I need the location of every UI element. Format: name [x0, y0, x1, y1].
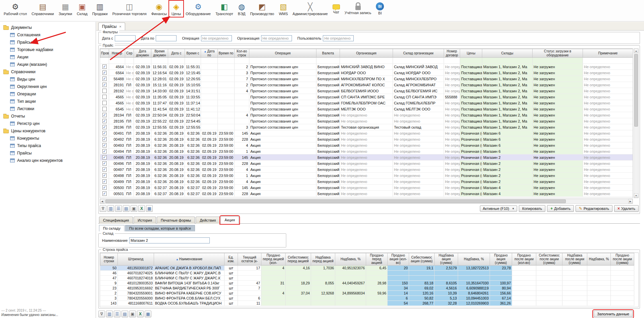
column-header[interactable]: Продано после акции (сумма): [611, 253, 634, 266]
table-row[interactable]: ✓4564Не о02.09.1911:56:3102.09.1911:55:3…: [100, 64, 633, 70]
table-row[interactable]: ✓00500ПЛ20.08.196:32:3720.08.196:32:3702…: [100, 185, 633, 191]
delete-button[interactable]: ×Удалить: [614, 205, 639, 212]
layout-icon[interactable]: ▦: [145, 311, 151, 317]
grid-settings-icon[interactable]: ▤: [123, 205, 130, 212]
column-header[interactable]: Надбавка, %: [458, 253, 490, 266]
sidebar-section-references[interactable]: Справочники: [0, 68, 96, 76]
column-header[interactable]: ▲Дата по: [201, 49, 218, 58]
table-row[interactable]: 27804320559001ВИНО ФРОНТЕРА КАБЕРНЕ СОВ.…: [100, 290, 634, 296]
column-header[interactable]: Кол-во строк: [235, 49, 249, 58]
row-checkbox[interactable]: ✓: [102, 77, 107, 81]
scroll-down-icon[interactable]: ▼: [634, 193, 638, 198]
table-row[interactable]: ✓56488Не о02.09.1912:28:0102.09.1912:26:…: [100, 76, 633, 82]
tab-history[interactable]: История: [134, 217, 156, 224]
table-row[interactable]: 1434811168007611ВОДКА ОСОБ.БУЛЬБАШЪ ТРАД…: [100, 301, 634, 306]
sidebar-item-pricelists[interactable]: Прайсы: [0, 39, 96, 46]
table-row[interactable]: ✓28191ПЛ02.09.1915:11:1602.09.1915:10:55…: [100, 82, 633, 88]
table-row[interactable]: ✓00495ПЛ20.08.196:32:3620.08.196:32:3602…: [100, 154, 633, 161]
column-header[interactable]: Валюта: [316, 49, 340, 58]
row-checkbox[interactable]: ✓: [102, 131, 107, 135]
toolbar-item-prices[interactable]: ◈Цены: [169, 1, 183, 17]
sidebar-item-promos-shop[interactable]: Акции (магазин): [0, 61, 96, 68]
filter-date-to-input[interactable]: [156, 35, 177, 41]
table-row[interactable]: ✓00493ПЛ20.08.196:32:3620.08.196:32:3602…: [100, 142, 633, 148]
toolbar-item-finance[interactable]: ◉Финансы: [149, 1, 169, 17]
row-checkbox[interactable]: ✓: [102, 119, 107, 123]
column-header[interactable]: Надбавка перед акцией: [311, 253, 335, 266]
row-checkbox[interactable]: ✓: [102, 137, 107, 141]
scroll-left-icon[interactable]: ◀: [100, 199, 104, 203]
table-row[interactable]: 4565Не о02.09.1911:35:0502.09.1911:33:55…: [100, 94, 633, 100]
column-header[interactable]: Дата докумен: [134, 49, 151, 58]
row-checkbox[interactable]: ✓: [102, 167, 107, 172]
row-checkbox[interactable]: ✓: [102, 71, 107, 75]
column-header[interactable]: Ед. изм.: [225, 253, 238, 266]
column-header[interactable]: Себестоимос акция (сумма): [409, 253, 435, 266]
filter-organization-input[interactable]: Не определено: [261, 35, 292, 41]
column-header[interactable]: Надбавка, %: [587, 253, 611, 266]
table-row[interactable]: 474607018274018БЛИНЧИКИ С ПЫЛУ С ЖАРУ ДЖ…: [100, 275, 634, 280]
filter-icon[interactable]: ∇: [98, 311, 105, 317]
column-header[interactable]: Штрихкод: [118, 253, 154, 266]
toolbar-item-equipment[interactable]: ⚙Оборудование: [183, 1, 213, 17]
column-header[interactable]: Продано акция (кол-во): [388, 253, 409, 266]
column-header[interactable]: Текущий остаток (к-: [238, 253, 261, 266]
table-row[interactable]: ✓28196ПЛ02.09.1912:55:5502.09.1912:55:55…: [100, 124, 633, 130]
vscroll-track[interactable]: [634, 53, 638, 193]
filter-user-input[interactable]: Не определено: [323, 35, 354, 41]
add-button[interactable]: +Добавить: [547, 205, 574, 212]
toolbar-item-desktop[interactable]: ⚙Рабочий стол: [1, 1, 29, 17]
sidebar-section-reports[interactable]: Отчеты: [0, 112, 96, 120]
column-header[interactable]: Надбавка акция (сумма): [435, 253, 458, 266]
toolbar-item-warehouse[interactable]: ▣Склад: [75, 1, 90, 17]
sidebar-item-agreements[interactable]: Соглашения: [0, 31, 96, 39]
print-icon[interactable]: ▣: [129, 311, 136, 317]
column-header[interactable]: Время по: [218, 49, 235, 58]
sidebar-item-competitor-pricelists[interactable]: Прайсы: [0, 149, 96, 157]
horizontal-scrollbar[interactable]: ◀ ▶: [100, 199, 633, 204]
columns-icon[interactable]: ▥: [107, 205, 114, 212]
toolbar-item-production[interactable]: ◩Производство: [248, 1, 277, 17]
tab-print-forms[interactable]: Печатные формы: [157, 217, 195, 224]
row-checkbox[interactable]: ✓: [102, 161, 107, 166]
sidebar-item-leaflets[interactable]: Листовки: [0, 105, 96, 112]
column-header[interactable]: Статус загрузки в оборудование: [533, 49, 583, 58]
toolbar-item-bi[interactable]: BIBI: [374, 1, 386, 16]
toolbar-item-ved[interactable]: ◍ВЭД: [236, 1, 248, 17]
toolbar-item-wms[interactable]: ▧WMS: [277, 1, 290, 17]
row-checkbox[interactable]: [102, 101, 107, 105]
row-checkbox[interactable]: ✓: [102, 149, 107, 153]
subtab-by-warehouse[interactable]: По складу: [99, 225, 125, 231]
print-icon[interactable]: ▣: [131, 205, 137, 212]
toolbar-item-transport[interactable]: ◧Транспорт: [213, 1, 236, 17]
toolbar-item-chat[interactable]: Чат: [330, 1, 342, 15]
sidebar-item-competitor-analysis[interactable]: Анализ цен конкурентов: [0, 157, 96, 164]
hscroll-track[interactable]: [105, 199, 628, 203]
column-header[interactable]: Продано акция (сумма): [490, 253, 512, 266]
tab-promo[interactable]: Акция: [220, 216, 239, 224]
filter-operation-input[interactable]: Не определено: [201, 35, 232, 41]
subtab-by-all-warehouses[interactable]: По всем складам, которые в прайсе: [125, 225, 195, 231]
sidebar-item-price-register[interactable]: Регистр цен: [0, 120, 96, 127]
warehouse-name-input[interactable]: Магазин 2: [129, 237, 210, 243]
column-header[interactable]: Сер: [125, 49, 134, 58]
excel-export-icon[interactable]: X: [138, 205, 145, 212]
table-row[interactable]: 234810953016692ВЕТЧИНА ВАРДИЕТИЧЕСКАЯ РБ…: [100, 285, 634, 290]
table-row[interactable]: ✓6564Не о02.09.1912:16:5402.09.1912:15:4…: [100, 70, 633, 76]
table-row[interactable]: 464607018274025БЛИНЧИКИ С ПЫЛУ С ЖАРУ ДЖ…: [100, 270, 634, 275]
column-header[interactable]: Надбавка после акции (сумма): [562, 253, 587, 266]
toolbar-item-retail[interactable]: ◫Розничная торговля: [110, 1, 149, 17]
table-row[interactable]: ✓00494ПЛ20.08.196:32:3620.08.196:32:3602…: [100, 148, 633, 154]
column-header[interactable]: Примечание: [583, 49, 633, 58]
row-checkbox[interactable]: ✓: [102, 125, 107, 129]
row-checkbox[interactable]: ✓: [102, 64, 107, 69]
list-icon[interactable]: ☰: [115, 205, 122, 212]
column-header[interactable]: ▲Наименование: [154, 253, 225, 266]
filter-date-from-input[interactable]: [115, 35, 136, 41]
column-header[interactable]: Себестоимос после акции (сумма): [536, 253, 562, 266]
sidebar-item-promos[interactable]: Акции: [0, 53, 96, 61]
table-row[interactable]: ✓00497ПЛ20.08.196:32:3620.08.196:32:3602…: [100, 167, 633, 173]
edit-button[interactable]: ✎Редактировать: [576, 205, 612, 212]
close-tab-icon[interactable]: ×: [119, 25, 121, 29]
toolbar-item-administration[interactable]: ╳Администрирование: [290, 1, 330, 17]
